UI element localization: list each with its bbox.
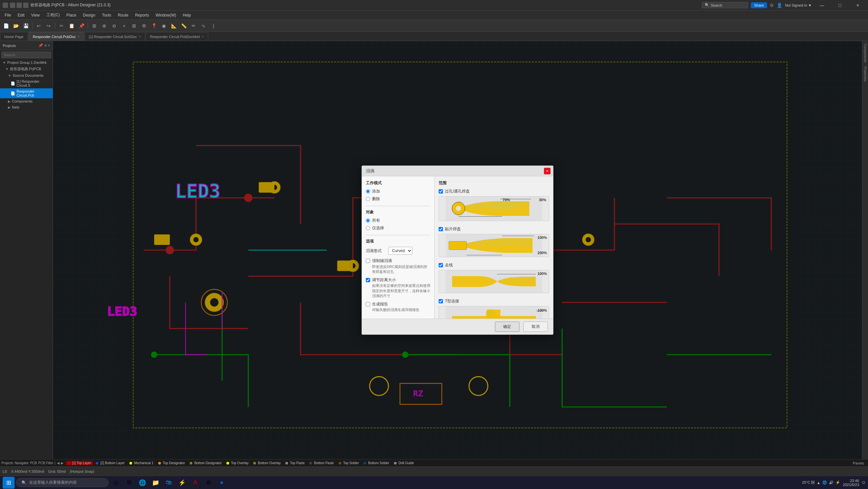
radio-add[interactable]: 添加 <box>366 189 430 194</box>
toolbar-cut[interactable]: ✂ <box>57 21 66 30</box>
toolbar-zoom-fit[interactable]: ⊞ <box>90 21 99 30</box>
toolbar-btn14[interactable]: | <box>209 21 218 30</box>
taskbar-adobe[interactable]: A <box>189 477 201 489</box>
cancel-button[interactable]: 取消 <box>523 322 548 332</box>
toolbar-btn13[interactable]: ∿ <box>199 21 208 30</box>
radio-delete[interactable]: 删除 <box>366 196 430 202</box>
nav-tab-pcbfilter[interactable]: PCB Filter <box>38 461 54 465</box>
layer-top-des[interactable]: Top Designator <box>156 461 187 465</box>
user-icon[interactable]: 👤 <box>777 3 782 8</box>
menu-view[interactable]: View <box>28 11 43 19</box>
radio-delete-input[interactable] <box>366 197 370 201</box>
maximize-button[interactable]: □ <box>832 0 847 10</box>
toolbar-btn7[interactable]: ⚙ <box>140 21 149 30</box>
sidebar-menu-icon[interactable]: ≡ <box>44 43 46 47</box>
components-panel-label[interactable]: Components <box>863 42 868 64</box>
toolbar-new[interactable]: 📄 <box>1 21 10 30</box>
toolbar-redo[interactable]: ↪ <box>44 21 53 30</box>
layer-bot-des[interactable]: Bottom Designator <box>188 461 224 465</box>
checkbox-force-input[interactable] <box>366 259 370 263</box>
menu-window[interactable]: Window(W) <box>152 11 179 19</box>
taskbar-altium[interactable]: ⚡ <box>176 477 188 489</box>
toolbar-btn9[interactable]: ◉ <box>159 21 168 30</box>
panels-button[interactable]: Panels <box>850 461 867 465</box>
toolbar-save[interactable]: 💾 <box>21 21 30 30</box>
taskbar-store[interactable]: 🛍 <box>163 477 175 489</box>
toolbar-btn11[interactable]: 📏 <box>179 21 188 30</box>
toolbar-copy[interactable]: 📋 <box>67 21 76 30</box>
menu-help[interactable]: Help <box>179 11 194 19</box>
nav-tab-projects[interactable]: Projects <box>1 461 13 465</box>
settings-icon[interactable]: ⚙ <box>770 3 774 8</box>
start-button[interactable]: ⊞ <box>3 477 14 489</box>
radio-all[interactable]: 所有 <box>366 218 430 223</box>
menu-tools[interactable]: Tools <box>99 11 115 19</box>
layer-top-overlay[interactable]: Top Overlay <box>224 461 251 465</box>
toolbar-btn5[interactable]: + <box>120 21 129 30</box>
tree-item-project-group[interactable]: ▼ Project Group 1.DsnWrk <box>0 60 53 66</box>
nav-next[interactable]: ▶ <box>61 461 64 465</box>
share-button[interactable]: Share <box>751 2 767 8</box>
tab-schdoc-close[interactable]: × <box>139 35 141 38</box>
taskbar-search-box[interactable]: 🔍 在这里输入你要搜索的内容 <box>16 478 108 487</box>
menu-file[interactable]: File <box>1 11 14 19</box>
menu-reports[interactable]: Reports <box>132 11 152 19</box>
sign-in-label[interactable]: Not Signed In ▼ <box>785 3 812 7</box>
tab-schdoc[interactable]: [1] Responder Circuit.SchDoc × <box>85 32 145 41</box>
tab-pcbdochtml[interactable]: Responder Circuit.PcbDochtml × <box>146 32 208 41</box>
menu-design[interactable]: Design <box>80 11 99 19</box>
layer-mech1[interactable]: Mechanical 1 <box>127 461 156 465</box>
menu-engineering[interactable]: 工程(C) <box>43 11 63 19</box>
toolbar-zoom-in[interactable]: ⊕ <box>100 21 109 30</box>
layer-drill-guide[interactable]: Drill Guide <box>392 461 416 465</box>
tray-network[interactable]: 🌐 <box>822 480 827 485</box>
layer-bot-solder[interactable]: Bottom Solder <box>362 461 391 465</box>
tab-pcbdoc-close[interactable]: × <box>78 35 80 38</box>
toolbar-btn10[interactable]: 📐 <box>169 21 179 30</box>
layer-bot-overlay[interactable]: Bottom Overlay <box>251 461 283 465</box>
sidebar-pin-icon[interactable]: 📌 <box>38 43 43 47</box>
menu-edit[interactable]: Edit <box>14 11 28 19</box>
layer-top[interactable]: [1] Top Layer <box>66 461 93 465</box>
taskbar-settings[interactable]: ⚙ <box>203 477 215 489</box>
taskbar-task-view[interactable]: ⧉ <box>123 477 135 489</box>
tree-item-nets[interactable]: ▶ Nets <box>0 104 53 110</box>
nav-prev[interactable]: ◀ <box>57 461 60 465</box>
tray-volume[interactable]: 🔊 <box>829 480 834 485</box>
tab-pcbdochtml-close[interactable]: × <box>202 35 204 38</box>
layer-bot-paste[interactable]: Bottom Paste <box>307 461 336 465</box>
quick-access-icon3[interactable] <box>23 3 28 8</box>
tab-home[interactable]: Home Page <box>0 32 28 41</box>
radio-add-input[interactable] <box>366 189 370 194</box>
pcb-canvas[interactable]: RZ LED3 LED3 <box>53 41 862 459</box>
search-input[interactable] <box>1 52 51 58</box>
quick-access-icon[interactable] <box>10 3 15 8</box>
toolbar-btn12[interactable]: ✏ <box>189 21 198 30</box>
dialog-close-button[interactable]: × <box>544 168 551 174</box>
minimize-button[interactable]: — <box>814 0 830 10</box>
taskbar-edge[interactable]: 🌐 <box>136 477 148 489</box>
layer-bottom[interactable]: [2] Bottom Layer <box>94 461 126 465</box>
preview-smd-checkbox[interactable] <box>439 227 443 231</box>
sidebar-close-icon[interactable]: × <box>48 43 50 47</box>
toolbar-paste[interactable]: 📌 <box>77 21 86 30</box>
menu-route[interactable]: Route <box>115 11 132 19</box>
tab-pcbdoc[interactable]: Responder Circuit.PcbDoc × <box>28 32 84 41</box>
tree-item-schdoc[interactable]: 📄 [1] Responder Circuit.S <box>0 78 53 88</box>
preview-tjunction-checkbox[interactable] <box>439 299 443 303</box>
menu-place[interactable]: Place <box>63 11 80 19</box>
tree-item-source-docs[interactable]: ▼ Source Documents <box>0 72 53 78</box>
preview-track-checkbox[interactable] <box>439 263 443 267</box>
checkbox-adjust-input[interactable] <box>366 278 370 282</box>
close-button[interactable]: × <box>850 0 865 10</box>
clock-area[interactable]: 23:46 2021/6/23 <box>843 479 859 487</box>
nav-tab-navigator[interactable]: Navigator <box>14 461 29 465</box>
taskbar-cortana[interactable]: ◎ <box>110 477 122 489</box>
tray-icon2[interactable]: ⚡ <box>836 480 840 485</box>
nav-tab-pcb[interactable]: PCB <box>30 461 37 465</box>
taskbar-app1[interactable]: ● <box>216 477 228 489</box>
toolbar-zoom-out[interactable]: ⊖ <box>110 21 119 30</box>
toolbar-undo[interactable]: ↩ <box>34 21 43 30</box>
properties-panel-label[interactable]: Properties <box>863 65 868 83</box>
preview-via-checkbox[interactable] <box>439 189 443 194</box>
